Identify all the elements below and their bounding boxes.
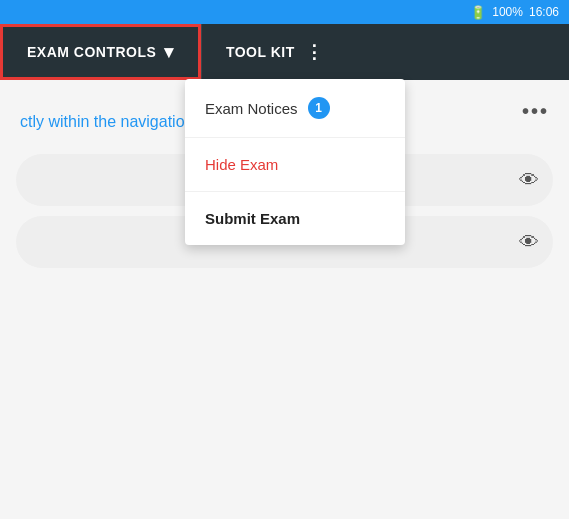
exam-controls-dropdown: Exam Notices 1 Hide Exam Submit Exam: [185, 79, 405, 245]
visibility-icon-1[interactable]: 👁: [519, 169, 539, 192]
status-bar: 🔋 100% 16:06: [0, 0, 569, 24]
clock: 16:06: [529, 5, 559, 19]
chevron-down-icon: ▾: [164, 41, 174, 63]
exam-controls-button[interactable]: EXAM CONTROLS ▾: [0, 24, 201, 80]
more-options-icon[interactable]: •••: [522, 100, 549, 123]
visibility-icon-2[interactable]: 👁: [519, 231, 539, 254]
tool-kit-label: TOOL KIT: [226, 44, 295, 60]
hide-exam-label: Hide Exam: [205, 156, 278, 173]
exam-notices-item[interactable]: Exam Notices 1: [185, 79, 405, 138]
exam-controls-label: EXAM CONTROLS: [27, 44, 156, 60]
exam-notices-label: Exam Notices: [205, 100, 298, 117]
exam-notices-badge: 1: [308, 97, 330, 119]
more-vert-icon: ⋮: [305, 41, 324, 63]
hide-exam-item[interactable]: Hide Exam: [185, 138, 405, 192]
tool-kit-button[interactable]: TOOL KIT ⋮: [201, 24, 347, 80]
nav-bar: EXAM CONTROLS ▾ TOOL KIT ⋮: [0, 24, 569, 80]
battery-icon: 🔋: [470, 5, 486, 20]
submit-exam-item[interactable]: Submit Exam: [185, 192, 405, 245]
battery-percentage: 100%: [492, 5, 523, 19]
submit-exam-label: Submit Exam: [205, 210, 300, 227]
